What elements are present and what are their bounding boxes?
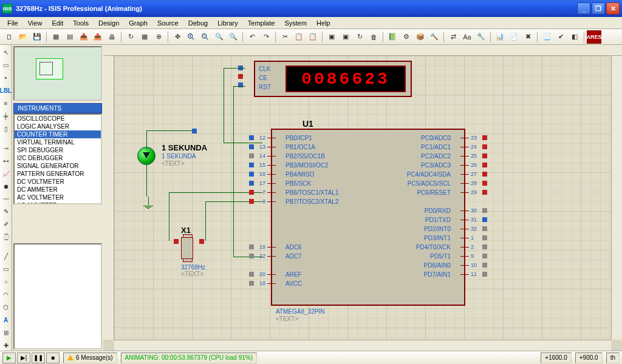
instrument-item[interactable]: DC AMMETER — [15, 186, 101, 194]
text-2d-icon[interactable]: A — [1, 314, 12, 325]
property-button[interactable]: 🔧 — [474, 30, 488, 44]
instrument-item[interactable]: PATTERN GENERATOR — [15, 170, 101, 178]
marker-2d-icon[interactable]: ✚ — [1, 340, 12, 351]
graph-mode-icon[interactable]: 📈 — [1, 168, 12, 179]
undo-button[interactable]: ↶ — [245, 30, 259, 44]
search-button[interactable]: Aa — [460, 30, 474, 44]
symbol-2d-icon[interactable]: ⊞ — [1, 327, 12, 338]
instruments-list[interactable]: OSCILLOSCOPELOGIC ANALYSERCOUNTER TIMERV… — [13, 113, 102, 204]
menu-view[interactable]: View — [23, 18, 47, 28]
print-button[interactable]: 🖶 — [105, 30, 118, 44]
open-button[interactable]: 📂 — [16, 30, 30, 44]
circle-2d-icon[interactable]: ○ — [1, 277, 12, 288]
bom-button[interactable]: 📃 — [540, 30, 553, 44]
save-button[interactable]: 💾 — [30, 30, 44, 44]
menu-graph[interactable]: Graph — [124, 18, 152, 28]
instrument-item[interactable]: DC VOLTMETER — [15, 178, 101, 186]
minimize-button[interactable]: _ — [577, 2, 590, 15]
block-rotate-button[interactable]: ↻ — [353, 30, 366, 44]
block-copy-button[interactable]: ▣ — [325, 30, 338, 44]
menu-edit[interactable]: Edit — [47, 18, 68, 28]
messages-status[interactable]: 6 Message(s) — [63, 352, 117, 363]
pan-button[interactable]: ✥ — [171, 30, 184, 44]
arc-2d-icon[interactable]: ◠ — [1, 289, 12, 300]
packaging-button[interactable]: 📦 — [414, 30, 427, 44]
design-explorer-button[interactable]: 📊 — [493, 30, 507, 44]
pin-mode-icon[interactable]: ⊷ — [1, 155, 12, 166]
instrument-item[interactable]: SPI DEBUGGER — [15, 146, 101, 154]
menu-file[interactable]: File — [2, 18, 23, 28]
horizontal-scrollbar[interactable] — [114, 340, 611, 351]
origin-button[interactable]: ⊕ — [152, 30, 165, 44]
mark-output-button[interactable]: ▤ — [63, 30, 77, 44]
line-2d-icon[interactable]: ╱ — [1, 251, 12, 262]
netlist-button[interactable]: ◧ — [568, 30, 581, 44]
zoom-out-button[interactable] — [199, 30, 212, 44]
ares-button[interactable]: ARES — [587, 30, 601, 44]
decompose-button[interactable]: 🔨 — [428, 30, 441, 44]
instrument-item[interactable]: COUNTER TIMER — [15, 130, 101, 138]
generator-mode-icon[interactable]: 〰 — [1, 194, 12, 204]
erc-button[interactable]: ✔ — [554, 30, 567, 44]
crystal-component[interactable]: X1 32768Hz <TEXT> — [181, 226, 205, 277]
label-mode-icon[interactable]: LBL — [1, 86, 12, 96]
subcircuit-mode-icon[interactable]: ▯ — [1, 124, 12, 135]
stop-button[interactable]: ■ — [46, 352, 60, 363]
selection-mode-icon[interactable]: ↖ — [1, 47, 12, 58]
zoom-area-button[interactable]: 🔍 — [227, 30, 240, 44]
import-button[interactable]: 📥 — [77, 30, 91, 44]
tape-mode-icon[interactable]: ⏺ — [1, 181, 12, 192]
maximize-button[interactable]: ❐ — [592, 2, 605, 15]
terminal-mode-icon[interactable]: ⊸ — [1, 143, 12, 153]
copy-button[interactable]: 📋 — [292, 30, 306, 44]
instrument-item[interactable]: VIRTUAL TERMINAL — [15, 138, 101, 146]
menu-debug[interactable]: Debug — [183, 18, 213, 28]
remove-sheet-button[interactable]: ✖ — [521, 30, 535, 44]
zoom-in-button[interactable] — [185, 30, 198, 44]
path-2d-icon[interactable]: ⬡ — [1, 302, 12, 312]
menu-library[interactable]: Library — [213, 18, 243, 28]
instrument-item[interactable]: AC AMMETER — [15, 201, 101, 204]
pause-button[interactable]: ❚❚ — [32, 352, 45, 363]
play-button[interactable]: ▶ — [2, 352, 16, 363]
probe-i-icon[interactable]: ✐ — [1, 219, 12, 230]
bus-mode-icon[interactable]: ╪ — [1, 111, 12, 122]
new-button[interactable]: 🗋 — [2, 30, 16, 44]
overview-window[interactable] — [13, 46, 102, 101]
wire-autoroute-button[interactable]: ⇄ — [446, 30, 460, 44]
pick-device-button[interactable]: 📗 — [386, 30, 399, 44]
menu-tools[interactable]: Tools — [68, 18, 94, 28]
atmega8-chip[interactable]: 12PB0/ICP113PB1/OC1A14PB2/SS/OC1B15PB3/M… — [271, 129, 465, 306]
block-move-button[interactable]: ▣ — [339, 30, 352, 44]
instrument-item[interactable]: LOGIC ANALYSER — [15, 123, 101, 130]
text-mode-icon[interactable]: ≡ — [1, 98, 12, 109]
close-button[interactable]: ✕ — [606, 2, 620, 15]
block-delete-button[interactable]: 🗑 — [367, 30, 380, 44]
counter-timer-component[interactable]: CLK CE RST 0086623 — [254, 61, 412, 97]
print-area-button[interactable]: ▦ — [49, 30, 63, 44]
vertical-scrollbar[interactable] — [611, 56, 622, 340]
ground-symbol[interactable] — [143, 197, 153, 209]
instrument-item[interactable]: I2C DEBUGGER — [15, 154, 101, 162]
component-mode-icon[interactable]: ▭ — [1, 60, 12, 71]
step-button[interactable]: ▶| — [17, 352, 30, 363]
led-component[interactable]: 1 SEKUNDA 1 SEKUNDA <TEXT> — [137, 147, 156, 165]
menu-design[interactable]: Design — [94, 18, 124, 28]
menu-system[interactable]: System — [279, 18, 312, 28]
junction-mode-icon[interactable]: • — [1, 73, 12, 84]
export-button[interactable]: 📤 — [91, 30, 104, 44]
paste-button[interactable]: 📋 — [306, 30, 320, 44]
grid-button[interactable]: ▦ — [138, 30, 151, 44]
new-sheet-button[interactable]: 📄 — [507, 30, 521, 44]
redo-button[interactable]: ↷ — [259, 30, 273, 44]
cut-button[interactable]: ✂ — [278, 30, 292, 44]
instrument-mode-icon[interactable]: ⌚ — [1, 232, 12, 243]
menu-source[interactable]: Source — [152, 18, 183, 28]
instrument-item[interactable]: AC VOLTMETER — [15, 194, 101, 201]
probe-v-icon[interactable]: ✎ — [1, 206, 12, 217]
make-device-button[interactable]: ⚙ — [400, 30, 413, 44]
instrument-item[interactable]: SIGNAL GENERATOR — [15, 162, 101, 170]
menu-help[interactable]: Help — [312, 18, 335, 28]
menu-template[interactable]: Template — [243, 18, 280, 28]
box-2d-icon[interactable]: ▭ — [1, 264, 12, 275]
